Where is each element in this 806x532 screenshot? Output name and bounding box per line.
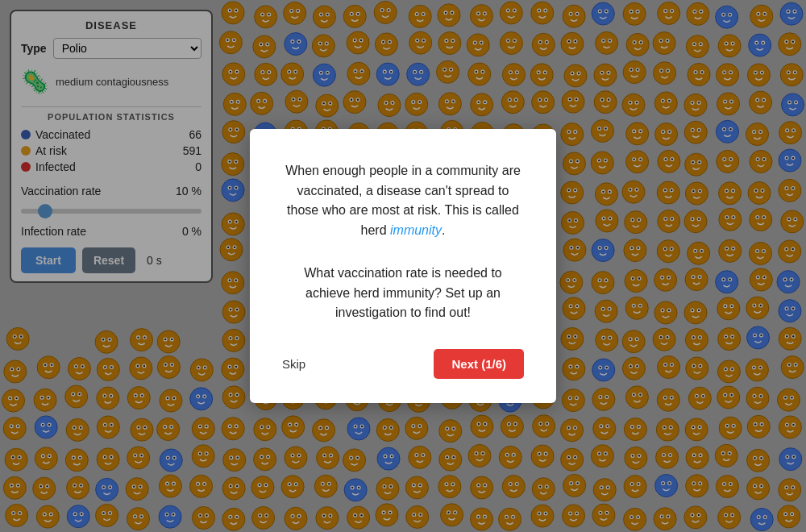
modal-overlay: When enough people in a community are va… [0, 0, 806, 532]
immunity-highlight: immunity [390, 223, 442, 237]
modal-dialog: When enough people in a community are va… [250, 129, 556, 404]
modal-text-2: What vaccination rate is needed to achie… [282, 264, 524, 323]
next-button[interactable]: Next (1/6) [434, 349, 524, 379]
skip-button[interactable]: Skip [282, 352, 305, 376]
modal-footer: Skip Next (1/6) [282, 349, 524, 379]
modal-text-1: When enough people in a community are va… [282, 161, 524, 241]
